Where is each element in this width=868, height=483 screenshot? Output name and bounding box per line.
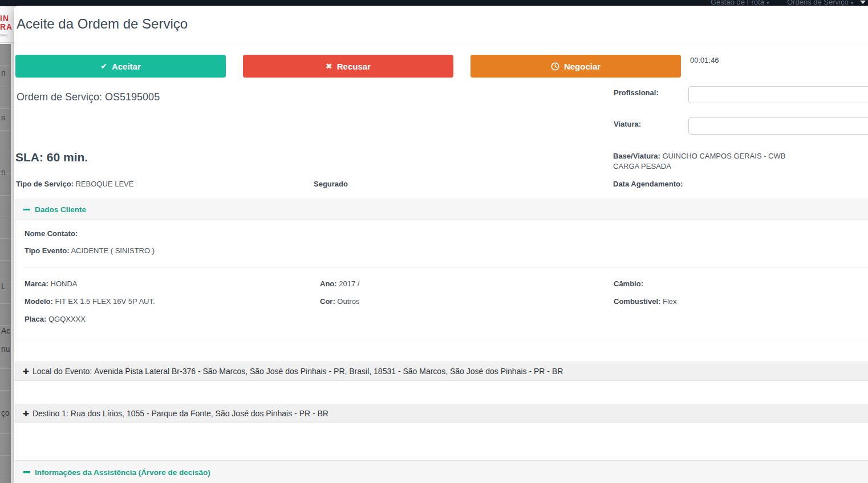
client-data-panel-title: Dados Cliente xyxy=(35,205,86,214)
accept-button[interactable]: ✔ Aceitar xyxy=(15,55,226,78)
base-vehicle: Base/Viatura: GUINCHO CAMPOS GERAIS - CW… xyxy=(613,151,810,172)
order-number: Ordem de Serviço: OS5195005 xyxy=(17,91,160,103)
vehicle-gearbox: Câmbio: xyxy=(614,279,643,288)
x-icon: ✖ xyxy=(326,62,332,70)
sla-value: SLA: 60 min. xyxy=(15,151,88,164)
chevron-down-icon: ▾ xyxy=(851,0,854,6)
client-data-panel: Dados Cliente Nome Contato: Tipo Evento:… xyxy=(15,200,868,339)
service-type: Tipo de Serviço: REBOQUE LEVE xyxy=(16,179,133,189)
background-page-strip: IN RA VIAN n s n L Ac nu ço xyxy=(0,6,14,483)
vehicle-fuel: Combustível: Flex xyxy=(614,297,677,306)
vehicle-plate: Placa: QGQXXXX xyxy=(25,315,86,323)
event-location-bar[interactable]: ✚ Local do Evento: Avenida Pista Lateral… xyxy=(15,362,868,381)
negotiate-button[interactable]: Negociar xyxy=(470,55,681,78)
accept-button-label: Aceitar xyxy=(112,62,141,71)
service-type-label: Tipo de Serviço: xyxy=(16,180,74,188)
menu-text-fragment: ço xyxy=(1,409,10,417)
vehicle-label: Viatura: xyxy=(614,120,641,128)
check-icon: ✔ xyxy=(100,62,107,70)
divider xyxy=(24,267,868,267)
divider xyxy=(0,42,14,43)
logo-line-2: RA xyxy=(0,23,14,31)
professional-label: Profissional: xyxy=(614,88,659,97)
logo-caption: VIAN xyxy=(0,34,8,37)
nav-caret-fragment xyxy=(860,1,866,4)
menu-text-fragment: n xyxy=(1,168,6,176)
assistance-info-panel: Informações da Assistência (Árvore de de… xyxy=(15,460,868,483)
refuse-button-label: Recusar xyxy=(337,62,371,71)
background-menu-strip: n s n L Ac nu ço xyxy=(0,44,11,483)
destination-value: Rua dos Lírios, 1055 - Parque da Fonte, … xyxy=(71,409,328,418)
app-logo-fragment: IN RA xyxy=(0,14,14,31)
contact-name: Nome Contato: xyxy=(25,229,78,238)
vehicle-brand: Marca: HONDA xyxy=(25,279,78,288)
menu-text-fragment: Ac xyxy=(1,327,10,335)
vehicle-year: Ano: 2017 / xyxy=(320,279,359,288)
chevron-down-icon: ▾ xyxy=(766,0,769,6)
collapse-minus-icon xyxy=(23,471,30,473)
event-type: Tipo Evento: ACIDENTE ( SINISTRO ) xyxy=(25,246,155,255)
vehicle-color: Cor: Outros xyxy=(320,297,359,306)
expand-plus-icon: ✚ xyxy=(23,409,29,418)
menu-text-fragment: nu xyxy=(1,345,10,353)
base-vehicle-label: Base/Viatura: xyxy=(613,152,660,160)
dialog-title: Aceite da Ordem de Serviço xyxy=(17,16,188,32)
insured-label: Segurado xyxy=(314,179,348,189)
clock-icon xyxy=(551,62,559,71)
destination-label: Destino 1: xyxy=(33,409,68,418)
schedule-date-label: Data Agendamento: xyxy=(613,180,683,188)
assistance-info-panel-title: Informações da Assistência (Árvore de de… xyxy=(35,468,210,477)
expand-plus-icon: ✚ xyxy=(23,367,29,376)
countdown-timer: 00:01:46 xyxy=(690,56,719,64)
menu-text-fragment: L xyxy=(1,282,6,290)
vehicle-input[interactable] xyxy=(688,117,868,135)
collapse-minus-icon xyxy=(23,209,30,211)
service-order-accept-dialog: Aceite da Ordem de Serviço ✔ Aceitar ✖ R… xyxy=(14,6,868,483)
menu-text-fragment: s xyxy=(1,113,5,121)
divider xyxy=(17,43,868,43)
event-location-value: Avenida Pista Lateral Br-376 - São Marco… xyxy=(94,367,563,376)
assistance-info-panel-header[interactable]: Informações da Assistência (Árvore de de… xyxy=(15,461,868,483)
destination-bar[interactable]: ✚ Destino 1: Rua dos Lírios, 1055 - Parq… xyxy=(15,404,868,423)
refuse-button[interactable]: ✖ Recusar xyxy=(243,55,453,78)
vehicle-model: Modelo: FIT EX 1.5 FLEX 16V 5P AUT. xyxy=(25,297,155,306)
service-type-value: REBOQUE LEVE xyxy=(76,180,134,188)
client-data-panel-header[interactable]: Dados Cliente xyxy=(15,200,868,220)
logo-line-1: IN xyxy=(0,14,14,23)
schedule-date: Data Agendamento: xyxy=(613,179,683,189)
event-location-label: Local do Evento: xyxy=(33,367,92,376)
professional-input[interactable] xyxy=(688,86,868,103)
negotiate-button-label: Negociar xyxy=(564,62,601,71)
menu-text-fragment: n xyxy=(1,69,6,77)
screen: Gestão de Frota▾ Ordens de Serviço▾ IN R… xyxy=(0,0,868,483)
